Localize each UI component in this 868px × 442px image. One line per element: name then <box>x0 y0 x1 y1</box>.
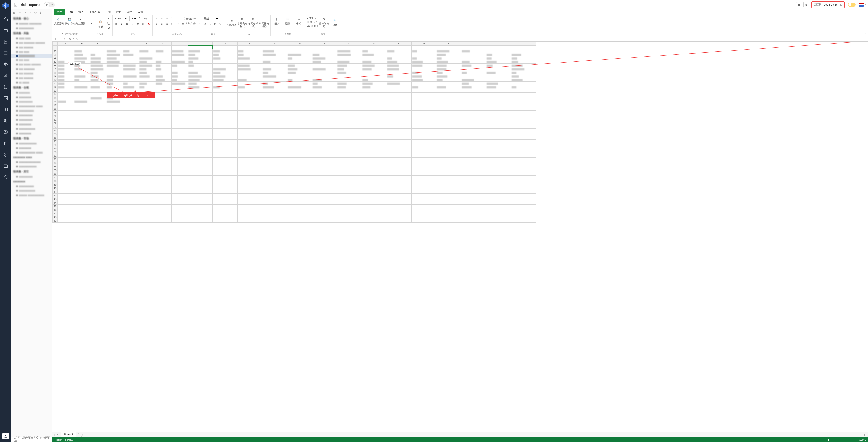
btn-align-left[interactable]: ≡ <box>154 22 158 26</box>
nav-report-icon[interactable] <box>2 50 9 57</box>
nav-code-icon[interactable] <box>2 95 9 102</box>
font-name-select[interactable]: Calibri <box>114 16 128 21</box>
observe-date-box[interactable]: 观察日 2024-03-18 🗓 <box>811 1 845 8</box>
nav-db-icon[interactable] <box>2 83 9 90</box>
ribbon-tab-home[interactable]: 开始 <box>65 9 75 15</box>
zoom-out-button[interactable]: − <box>822 438 825 441</box>
btn-comma[interactable]: , <box>208 22 213 26</box>
locale-caret-icon[interactable]: ▾ <box>865 4 866 6</box>
btn-paste[interactable]: 📋粘贴 <box>96 19 105 28</box>
ribbon-tab-formula[interactable]: 公式 <box>103 9 114 15</box>
tree-delete-icon[interactable]: ✕ <box>24 11 26 14</box>
btn-valign-bot[interactable]: ≡ <box>165 16 169 21</box>
ribbon-tab-file[interactable]: 文件 <box>54 9 65 15</box>
btn-save-report[interactable]: 💾保存报表 <box>65 16 74 25</box>
name-box[interactable]: I1▾ <box>53 37 67 40</box>
tree-export-icon[interactable]: ⇪ <box>39 11 42 14</box>
btn-insert-cells[interactable]: ➕插入 <box>272 16 282 25</box>
btn-valign-mid[interactable]: ≡ <box>159 16 164 21</box>
btn-underline[interactable]: U <box>125 22 129 26</box>
sheet-nav-first-icon[interactable]: ▸ <box>54 433 56 436</box>
btn-inc-dec[interactable]: .0← <box>214 22 218 26</box>
btn-fillcolor[interactable]: ◍ <box>141 22 146 26</box>
nav-wheel-icon[interactable] <box>2 129 9 135</box>
zoom-slider[interactable] <box>829 440 849 440</box>
nav-home-icon[interactable] <box>2 16 9 23</box>
tree-edit-icon[interactable]: ✎ <box>29 11 32 14</box>
btn-find[interactable]: 🔍查找 <box>330 18 340 26</box>
btn-shrink-font[interactable]: A↓ <box>143 16 148 21</box>
nav-shield-icon[interactable] <box>2 151 9 158</box>
btn-grow-font[interactable]: A↑ <box>138 16 143 21</box>
nav-stamp-icon[interactable] <box>2 72 9 79</box>
btn-valign-top[interactable]: ≡ <box>154 16 158 21</box>
btn-cond-fmt[interactable]: ▤条件格式 <box>226 18 237 26</box>
btn-indent[interactable]: ⇥ <box>176 22 180 26</box>
btn-brush[interactable]: 🖌 <box>106 26 111 31</box>
tree-add-icon[interactable]: ＋ <box>18 11 21 15</box>
btn-wrap[interactable]: 自动换行 <box>182 16 200 21</box>
btn-sort-filter[interactable]: ⇅排序和筛选 <box>319 16 329 28</box>
tree-refresh-icon[interactable]: ⟳ <box>34 11 37 14</box>
btn-full-recalc[interactable]: ▶完全重算 <box>75 16 86 25</box>
btn-strike[interactable]: Đ <box>130 22 135 26</box>
btn-cell-style[interactable]: ▨单元格样式 <box>248 16 258 28</box>
btn-set-logic[interactable]: 🔗设置逻辑 <box>54 16 64 25</box>
ribbon-tab-layout[interactable]: 页面布局 <box>86 9 103 15</box>
btn-italic[interactable]: I <box>119 22 124 26</box>
btn-fontcolor[interactable]: A <box>147 22 151 26</box>
nav-money-icon[interactable] <box>2 140 9 147</box>
formula-input[interactable] <box>80 37 868 40</box>
btn-format-cells[interactable]: ▭格式 <box>293 16 304 25</box>
sheet-add-button[interactable]: ＋ <box>78 433 83 437</box>
sheet-tab-active[interactable]: Sheet2 <box>61 432 76 438</box>
sheet-scroll-right-icon[interactable]: ▸ <box>862 433 868 436</box>
btn-cell-editor[interactable]: ⌗单元格编辑器 <box>259 16 269 28</box>
btn-fill[interactable]: ◫ 填充 ▾ <box>307 20 318 24</box>
btn-percent[interactable]: % <box>203 22 207 26</box>
fx-icon[interactable]: fx <box>76 37 78 40</box>
btn-delete-cells[interactable]: ➖删除 <box>283 16 293 25</box>
btn-clear[interactable]: ⌫ 清除 ▾ <box>307 24 318 28</box>
btn-border[interactable]: ▦ <box>135 22 140 26</box>
number-format-select[interactable]: 常规 <box>203 16 219 21</box>
nav-transfer-icon[interactable] <box>2 106 9 113</box>
nav-tags-icon[interactable] <box>2 174 9 180</box>
nav-alert-icon[interactable] <box>2 38 9 45</box>
fx-accept-icon[interactable]: ✓ <box>72 37 74 40</box>
realtime-toggle[interactable] <box>848 3 856 7</box>
save-icon-button[interactable]: ▤ <box>796 2 802 7</box>
btn-dec-dec[interactable]: .0→ <box>219 22 223 26</box>
chart-icon-button[interactable]: ⧉ <box>803 2 809 7</box>
ribbon-tab-view[interactable]: 视图 <box>124 9 135 15</box>
btn-table-style[interactable]: ▦套用表格样式 <box>237 16 247 28</box>
view-mode-toggle[interactable]: ◐≡ <box>44 2 55 7</box>
locale-flag-icon[interactable] <box>859 3 864 7</box>
btn-merge[interactable]: ▦ 合并后居中 ▾ <box>182 22 200 25</box>
nav-users-icon[interactable] <box>2 117 9 124</box>
nav-news-icon[interactable] <box>2 163 9 169</box>
btn-undo[interactable]: ↶ <box>88 21 95 26</box>
ribbon-tab-data[interactable]: 数据 <box>114 9 124 15</box>
btn-align-center[interactable]: ≡ <box>159 22 164 26</box>
sheet-nav-prev-icon[interactable]: ‹ <box>57 433 58 436</box>
tree-expand-icon[interactable]: ⊞ <box>13 11 16 14</box>
ribbon-tab-insert[interactable]: 插入 <box>75 9 86 15</box>
btn-copy[interactable]: ⿻ <box>106 21 111 26</box>
ribbon-collapse-icon[interactable]: ⌃ <box>865 33 867 35</box>
grid[interactable]: ABCDEFGHIJKLMNOPQRSTUV123456789101112131… <box>53 41 868 432</box>
btn-align-right[interactable]: ≡ <box>165 22 169 26</box>
btn-bold[interactable]: B <box>114 22 119 26</box>
report-tree[interactable]: 报表集 · 核心 xxxxxxx xxxxxxxxx xxxxxxxxxxx 报… <box>11 16 52 437</box>
fx-cancel-icon[interactable]: ✕ <box>69 37 71 40</box>
nav-balance-icon[interactable] <box>2 61 9 68</box>
btn-autosum[interactable]: ∑ 求和 ▾ <box>307 16 318 20</box>
btn-outdent[interactable]: ⇤ <box>170 22 175 26</box>
btn-cut[interactable]: ✂ <box>106 16 111 21</box>
font-size-select[interactable]: 11 <box>129 16 137 21</box>
zoom-in-button[interactable]: ＋ <box>852 438 856 442</box>
btn-orientation[interactable]: ↻ <box>170 16 175 21</box>
ribbon-tab-settings[interactable]: 设置 <box>135 9 146 15</box>
user-avatar[interactable] <box>2 433 9 439</box>
nav-cards-icon[interactable] <box>2 27 9 34</box>
